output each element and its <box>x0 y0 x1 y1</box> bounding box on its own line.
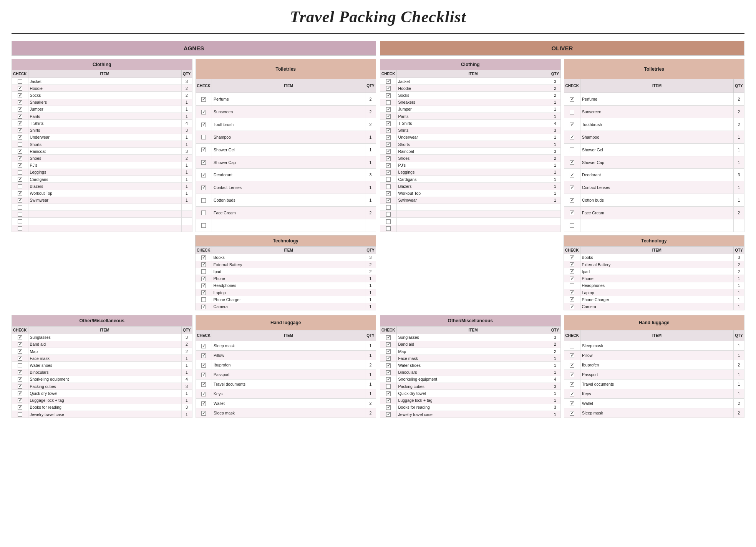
check-cell[interactable] <box>12 334 28 341</box>
checked-checkbox[interactable] <box>570 290 574 295</box>
checked-checkbox[interactable] <box>570 392 574 396</box>
check-cell[interactable] <box>564 380 580 389</box>
check-cell[interactable] <box>380 334 397 341</box>
checked-checkbox[interactable] <box>201 401 206 406</box>
check-cell[interactable] <box>380 197 397 204</box>
check-cell[interactable] <box>196 350 212 360</box>
check-cell[interactable] <box>12 183 28 190</box>
unchecked-checkbox[interactable] <box>570 344 574 348</box>
checked-checkbox[interactable] <box>386 363 391 368</box>
check-cell[interactable] <box>196 261 212 268</box>
checked-checkbox[interactable] <box>386 114 391 119</box>
checked-checkbox[interactable] <box>570 198 574 203</box>
checked-checkbox[interactable] <box>386 156 391 161</box>
unchecked-checkbox[interactable] <box>201 211 206 215</box>
check-cell[interactable] <box>564 303 580 310</box>
check-cell[interactable] <box>564 261 580 268</box>
check-cell[interactable] <box>380 162 397 169</box>
checked-checkbox[interactable] <box>201 277 206 281</box>
checked-checkbox[interactable] <box>386 405 391 410</box>
checked-checkbox[interactable] <box>201 353 206 358</box>
check-cell[interactable] <box>380 411 397 418</box>
check-cell[interactable] <box>12 113 28 120</box>
checked-checkbox[interactable] <box>201 373 206 377</box>
check-cell[interactable] <box>564 389 580 399</box>
check-cell[interactable] <box>380 120 397 127</box>
checked-checkbox[interactable] <box>386 142 391 147</box>
checked-checkbox[interactable] <box>570 173 574 177</box>
unchecked-checkbox[interactable] <box>570 223 574 228</box>
check-cell[interactable] <box>12 369 28 376</box>
check-cell[interactable] <box>196 341 212 350</box>
unchecked-checkbox[interactable] <box>201 135 206 139</box>
check-cell[interactable] <box>380 355 397 362</box>
checked-checkbox[interactable] <box>201 123 206 127</box>
check-cell[interactable] <box>564 181 580 194</box>
check-cell[interactable] <box>380 148 397 155</box>
checked-checkbox[interactable] <box>201 148 206 152</box>
checked-checkbox[interactable] <box>386 377 391 382</box>
checked-checkbox[interactable] <box>386 335 391 340</box>
check-cell[interactable] <box>196 370 212 379</box>
checked-checkbox[interactable] <box>386 356 391 361</box>
checked-checkbox[interactable] <box>386 135 391 140</box>
check-cell[interactable] <box>196 194 212 207</box>
check-cell[interactable] <box>12 362 28 369</box>
checked-checkbox[interactable] <box>386 370 391 375</box>
checked-checkbox[interactable] <box>570 297 574 302</box>
unchecked-checkbox[interactable] <box>201 269 206 274</box>
check-cell[interactable] <box>196 254 212 261</box>
unchecked-checkbox[interactable] <box>386 219 391 224</box>
checked-checkbox[interactable] <box>570 255 574 260</box>
checked-checkbox[interactable] <box>386 191 391 196</box>
checked-checkbox[interactable] <box>201 110 206 114</box>
unchecked-checkbox[interactable] <box>386 184 391 189</box>
check-cell[interactable] <box>564 350 580 360</box>
unchecked-checkbox[interactable] <box>570 148 574 152</box>
check-cell[interactable] <box>380 92 397 99</box>
check-cell[interactable] <box>12 355 28 362</box>
check-cell[interactable] <box>380 127 397 134</box>
checked-checkbox[interactable] <box>570 401 574 406</box>
unchecked-checkbox[interactable] <box>18 226 22 231</box>
unchecked-checkbox[interactable] <box>201 198 206 203</box>
checked-checkbox[interactable] <box>570 277 574 281</box>
checked-checkbox[interactable] <box>18 335 22 340</box>
checked-checkbox[interactable] <box>386 198 391 203</box>
checked-checkbox[interactable] <box>570 373 574 377</box>
check-cell[interactable] <box>380 348 397 355</box>
checked-checkbox[interactable] <box>570 97 574 102</box>
check-cell[interactable] <box>564 219 580 232</box>
check-cell[interactable] <box>12 85 28 92</box>
check-cell[interactable] <box>564 275 580 282</box>
check-cell[interactable] <box>380 369 397 376</box>
checked-checkbox[interactable] <box>201 97 206 102</box>
unchecked-checkbox[interactable] <box>386 226 391 231</box>
check-cell[interactable] <box>564 131 580 143</box>
check-cell[interactable] <box>12 404 28 411</box>
check-cell[interactable] <box>380 383 397 390</box>
checked-checkbox[interactable] <box>386 163 391 168</box>
unchecked-checkbox[interactable] <box>386 100 391 105</box>
check-cell[interactable] <box>564 399 580 408</box>
check-cell[interactable] <box>380 218 397 225</box>
check-cell[interactable] <box>196 156 212 169</box>
checked-checkbox[interactable] <box>570 353 574 358</box>
checked-checkbox[interactable] <box>386 349 391 354</box>
unchecked-checkbox[interactable] <box>386 205 391 210</box>
checked-checkbox[interactable] <box>386 128 391 133</box>
check-cell[interactable] <box>564 360 580 370</box>
checked-checkbox[interactable] <box>386 93 391 98</box>
checked-checkbox[interactable] <box>18 107 22 112</box>
check-cell[interactable] <box>196 380 212 389</box>
checked-checkbox[interactable] <box>18 349 22 354</box>
check-cell[interactable] <box>380 85 397 92</box>
check-cell[interactable] <box>380 113 397 120</box>
checked-checkbox[interactable] <box>18 377 22 382</box>
unchecked-checkbox[interactable] <box>386 212 391 217</box>
check-cell[interactable] <box>380 183 397 190</box>
check-cell[interactable] <box>380 341 397 348</box>
check-cell[interactable] <box>564 118 580 131</box>
check-cell[interactable] <box>196 268 212 275</box>
checked-checkbox[interactable] <box>570 123 574 127</box>
